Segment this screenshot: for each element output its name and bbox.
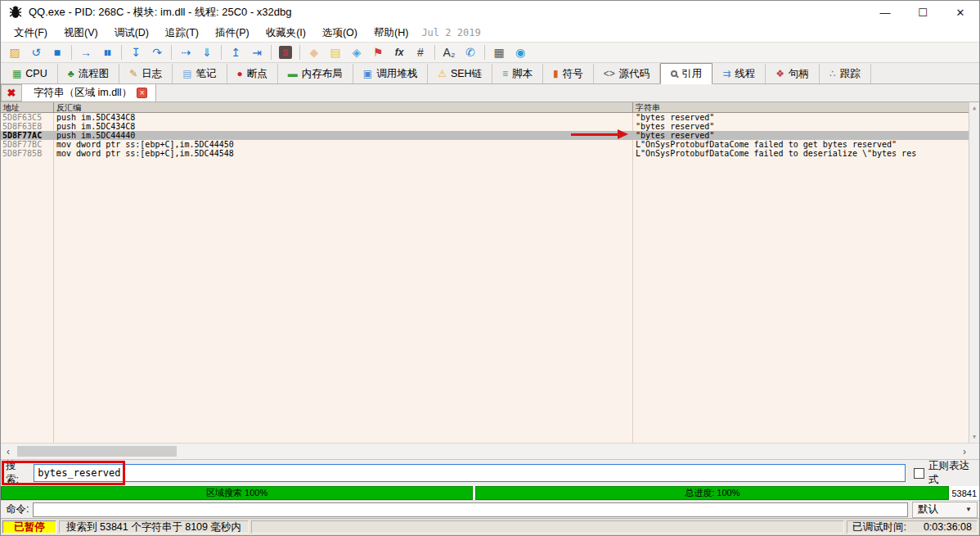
patches-icon: ◆ [310, 47, 319, 58]
column-header-address[interactable]: 地址 [1, 102, 54, 112]
execute-till-return-button[interactable]: ⇓ [196, 43, 218, 61]
debug-time-value: 0:03:36:08 [924, 521, 972, 533]
string-match: bytes_res [872, 149, 916, 158]
tab-log[interactable]: ✎日志 [119, 64, 173, 83]
open-file-button[interactable]: ▨ [4, 43, 25, 61]
step-into-button[interactable]: ↧ [125, 43, 146, 61]
horizontal-scrollbar[interactable]: ‹ › [1, 443, 979, 459]
tab-threads[interactable]: ⇉线程 [713, 64, 766, 83]
tab-memory-map[interactable]: ▬内存布局 [278, 64, 353, 83]
status-message: 搜索到 53841 个字符串于 8109 毫秒内 [59, 520, 249, 534]
tab-close-icon[interactable]: × [137, 88, 147, 98]
step-out-button[interactable]: ↥ [225, 43, 246, 61]
close-button[interactable]: ✕ [942, 1, 979, 24]
tab-handles[interactable]: ❖句柄 [766, 64, 820, 83]
bug-icon [7, 5, 24, 20]
search-input[interactable] [34, 464, 906, 482]
run-to-cursor-button[interactable]: ⇢ [175, 43, 196, 61]
menu-bar: 文件(F)视图(V)调试(D)追踪(T)插件(P)收藏夹(I)选项(O)帮助(H… [1, 24, 979, 42]
column-header-disasm[interactable]: 反汇编 [54, 102, 633, 112]
calculator-button[interactable]: ▦ [488, 43, 510, 61]
control-flow-button[interactable]: # [410, 43, 431, 61]
patches-button[interactable]: ◆ [303, 43, 325, 61]
row-address: 5D8F63C5 [1, 113, 54, 122]
toolbar-separator [221, 45, 222, 60]
scroll-left-icon[interactable]: ‹ [1, 446, 16, 457]
bookmarks-button[interactable]: ⚑ [367, 43, 389, 61]
menu-item-7[interactable]: 帮助(H) [366, 25, 416, 42]
tab-trace[interactable]: ∴跟踪 [820, 64, 871, 83]
tab-references[interactable]: 引用 [660, 63, 713, 84]
string-suffix: " [709, 113, 714, 122]
tab-notes[interactable]: ▤笔记 [173, 64, 227, 83]
run-button[interactable]: → [75, 43, 97, 61]
table-row[interactable]: 5D8F77BCmov dword ptr ss:[ebp+C],im.5DC4… [1, 140, 979, 149]
table-row[interactable]: 5D8F77ACpush im.5DC44440"bytes_reserved" [1, 131, 979, 140]
tab-bar: ▦CPU♣流程图✎日志▤笔记●断点▬内存布局▣调用堆栈⚠SEH链≡脚本▮符号<>… [1, 63, 979, 84]
tab-label: 笔记 [196, 67, 217, 81]
tab-script[interactable]: ≡脚本 [492, 64, 543, 83]
tab-breakpoints[interactable]: ●断点 [227, 64, 278, 83]
row-address: 5D8F77AC [1, 131, 54, 140]
tab-symbols[interactable]: ▮符号 [543, 64, 594, 83]
run-to-user-code-button[interactable]: ⇥ [246, 43, 267, 61]
toolbar-separator [121, 45, 122, 60]
row-disasm: push im.5DC44440 [54, 131, 633, 140]
table-row[interactable]: 5D8F63C5push im.5DC434C8"bytes_reserved" [1, 113, 979, 122]
text-analysis-button[interactable]: A₂ [438, 43, 460, 61]
pause-button[interactable]: ▮▮ [97, 43, 118, 61]
tab-strings-region[interactable]: 字符串（区域 im.dll） × [22, 84, 156, 101]
menu-item-1[interactable]: 视图(V) [56, 25, 106, 42]
table-row[interactable]: 5D8F63E8push im.5DC434C8"bytes_reserved" [1, 122, 979, 131]
x32dbg-window: QQ.exe - PID: 268C - 模块: im.dll - 线程: 25… [0, 0, 980, 536]
profile-value: 默认 [918, 502, 938, 516]
tab-seh-chain[interactable]: ⚠SEH链 [428, 64, 492, 83]
scroll-down-icon[interactable]: ▼ [973, 431, 976, 443]
menu-item-0[interactable]: 文件(F) [6, 25, 56, 42]
tab-label: 断点 [247, 67, 267, 81]
menu-item-6[interactable]: 选项(O) [314, 25, 366, 42]
tab-call-stack[interactable]: ▣调用堆栈 [353, 64, 428, 83]
command-input[interactable] [33, 502, 908, 517]
step-out-icon: ↥ [231, 47, 241, 58]
menu-item-2[interactable]: 调试(D) [106, 25, 157, 42]
notify-button[interactable]: ✆ [460, 43, 481, 61]
regex-checkbox[interactable] [914, 468, 924, 479]
table-header: 地址 反汇编 字符串 [1, 102, 979, 113]
menu-item-3[interactable]: 追踪(T) [157, 25, 207, 42]
string-match: bytes_reserved [641, 131, 709, 140]
maximize-button[interactable]: ☐ [904, 1, 942, 24]
tab-source[interactable]: <>源代码 [594, 64, 661, 83]
row-string: "bytes_reserved" [633, 113, 979, 122]
menu-item-4[interactable]: 插件(P) [207, 25, 258, 42]
source-icon: <> [604, 69, 615, 79]
status-spacer [251, 520, 844, 534]
comments-button[interactable]: ▤ [325, 43, 346, 61]
scroll-up-icon[interactable]: ▲ [973, 102, 976, 114]
restart-button[interactable]: ↺ [25, 43, 47, 61]
seh-chain-icon: ⚠ [438, 69, 447, 79]
table-row[interactable]: 5D8F785Bmov dword ptr ss:[ebp+C],im.5DC4… [1, 149, 979, 158]
symbols-icon: ▮ [553, 69, 559, 79]
scroll-right-icon[interactable]: › [963, 446, 966, 457]
labels-button[interactable]: ◈ [346, 43, 367, 61]
minimize-button[interactable]: — [866, 1, 904, 24]
profile-dropdown[interactable]: 默认 ▼ [912, 502, 978, 518]
close-all-tabs-button[interactable]: ✖ [1, 84, 22, 101]
row-address: 5D8F77BC [1, 140, 54, 149]
stop-button[interactable]: ■ [47, 43, 68, 61]
vertical-scrollbar[interactable]: ▲ ▼ [969, 102, 979, 443]
cpu-icon: ▦ [12, 69, 21, 79]
scrollbar-thumb[interactable] [17, 446, 177, 457]
progress-row: 区域搜索 100% 总进度: 100% 53841 [1, 486, 979, 500]
functions-button[interactable]: fx [389, 43, 410, 61]
step-over-button[interactable]: ↷ [146, 43, 168, 61]
control-flow-icon: # [417, 47, 424, 58]
tab-cpu[interactable]: ▦CPU [2, 64, 58, 83]
tab-label: 流程图 [79, 67, 110, 81]
globe-button[interactable]: ◉ [510, 43, 531, 61]
tab-graph[interactable]: ♣流程图 [58, 64, 119, 83]
strings-button[interactable]: S [275, 43, 296, 61]
column-header-string[interactable]: 字符串 [633, 102, 979, 112]
menu-item-5[interactable]: 收藏夹(I) [258, 25, 314, 42]
